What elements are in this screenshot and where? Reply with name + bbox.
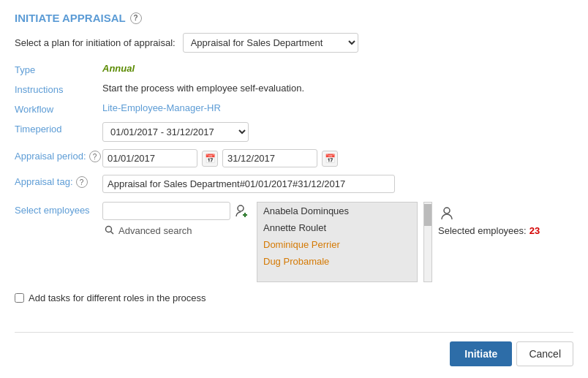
instructions-label: Instructions <box>15 83 102 95</box>
appraisal-period-help-icon[interactable]: ? <box>89 151 101 162</box>
employees-list[interactable]: Anabela DominquesAnnette RouletDominique… <box>257 202 418 282</box>
workflow-value[interactable]: Lite-Employee-Manager-HR <box>102 102 573 115</box>
type-label: Type <box>15 63 102 75</box>
appraisal-period-label: Appraisal period: ? <box>15 149 102 167</box>
timeperiod-label: Timeperiod <box>15 122 102 142</box>
plan-select-dropdown[interactable]: Appraisal for Sales Department <box>183 33 358 53</box>
list-item[interactable]: Annette Roulet <box>257 219 417 236</box>
list-item[interactable]: Dug Probamale <box>257 253 417 270</box>
plan-select-label: Select a plan for initiation of appraisa… <box>15 37 176 48</box>
selected-count-row: Selected employees: 23 <box>438 225 540 236</box>
employee-search-row <box>102 202 251 220</box>
appraisal-period-dates: 📅 📅 <box>102 149 573 167</box>
list-item[interactable]: Dominique Perrier <box>257 236 417 253</box>
advanced-search-button[interactable]: Advanced search <box>102 224 251 236</box>
svg-point-3 <box>106 227 112 233</box>
employee-add-icon[interactable] <box>233 203 251 220</box>
selected-label: Selected employees: <box>438 225 527 236</box>
appraisal-tag-help-icon[interactable]: ? <box>76 176 88 188</box>
instructions-value: Start the process with employee self-eva… <box>102 83 573 95</box>
appraisal-start-input[interactable] <box>102 149 197 167</box>
scrollbar-thumb <box>424 204 431 226</box>
list-item[interactable]: Anabela Dominques <box>257 203 417 219</box>
appraisal-end-input[interactable] <box>222 149 317 167</box>
advanced-search-label: Advanced search <box>118 225 192 236</box>
add-tasks-checkbox[interactable] <box>15 293 24 303</box>
appraisal-tag-label: Appraisal tag: ? <box>15 175 102 193</box>
appraisal-start-calendar-icon[interactable]: 📅 <box>202 151 218 167</box>
form-grid: Type Annual Instructions Start the proce… <box>15 63 573 193</box>
selected-person-icon <box>438 205 456 222</box>
plan-select-row: Select a plan for initiation of appraisa… <box>15 33 573 53</box>
title-text: INITIATE APPRAISAL <box>15 12 126 24</box>
footer-buttons: Initiate Cancel <box>15 332 573 366</box>
selected-employees-info: Selected employees: 23 <box>438 202 540 236</box>
employees-label: Select employees <box>15 202 102 216</box>
initiate-button[interactable]: Initiate <box>450 341 512 366</box>
add-tasks-label[interactable]: Add tasks for different roles in the pro… <box>29 292 206 303</box>
type-value: Annual <box>102 63 573 75</box>
page-title: INITIATE APPRAISAL ? <box>15 12 573 24</box>
selected-count: 23 <box>529 225 540 236</box>
svg-point-0 <box>238 205 244 211</box>
title-help-icon[interactable]: ? <box>130 12 142 24</box>
appraisal-end-calendar-icon[interactable]: 📅 <box>322 151 338 167</box>
svg-point-5 <box>444 208 450 213</box>
cancel-button[interactable]: Cancel <box>516 341 573 366</box>
employees-section: Select employees Advanced <box>15 202 573 282</box>
employees-list-area: Anabela DominquesAnnette RouletDominique… <box>257 202 540 282</box>
appraisal-tag-wrapper <box>102 175 573 193</box>
appraisal-tag-input[interactable] <box>102 175 395 193</box>
employees-left: Advanced search <box>102 202 251 236</box>
employees-scrollbar[interactable] <box>423 202 432 282</box>
timeperiod-dropdown[interactable]: 01/01/2017 - 31/12/2017 <box>102 122 249 142</box>
timeperiod-select-wrapper: 01/01/2017 - 31/12/2017 <box>102 122 573 142</box>
workflow-label: Workflow <box>15 102 102 115</box>
add-tasks-row: Add tasks for different roles in the pro… <box>15 292 573 303</box>
svg-line-4 <box>111 232 114 235</box>
employee-search-input[interactable] <box>102 202 230 220</box>
